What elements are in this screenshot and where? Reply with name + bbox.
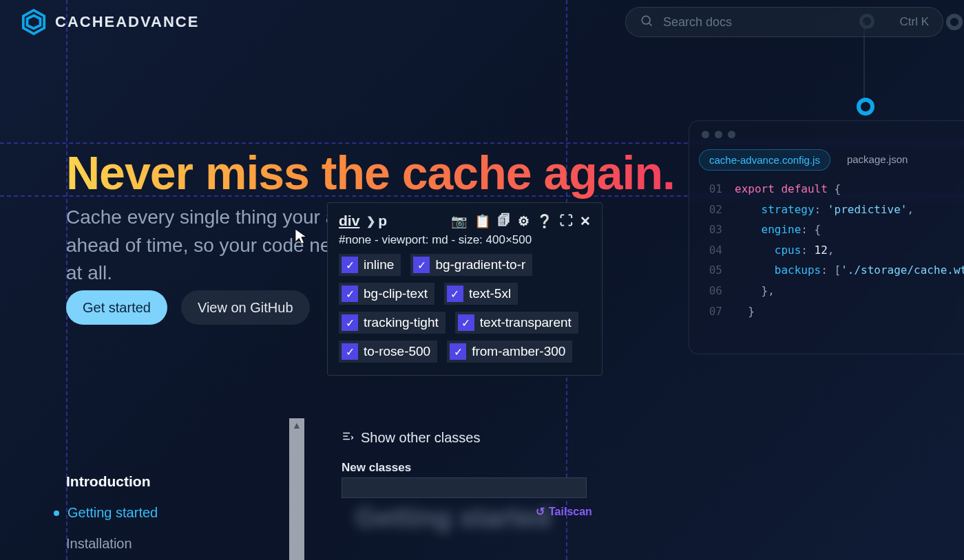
line-number: 01 [699,179,722,200]
line-number: 05 [699,260,722,281]
scroll-up-arrow-icon: ▲ [289,420,304,431]
checkbox-icon[interactable]: ✓ [450,343,466,360]
show-other-classes-button[interactable]: Show other classes [342,430,480,446]
camera-icon[interactable]: 📷 [451,213,468,229]
sidebar-nav: Introduction Getting started Installatio… [66,473,158,560]
inspector-toolbar: 📷 📋 🗐 ⚙ ❔ ⛶ ✕ [451,213,591,229]
checkbox-icon[interactable]: ✓ [342,257,358,273]
window-dot-icon [715,131,722,138]
inspector-breadcrumb: div ❯ p 📷 📋 🗐 ⚙ ❔ ⛶ ✕ [339,213,591,229]
search-input[interactable]: Search docs Ctrl K [625,7,943,37]
line-number: 03 [699,219,722,240]
class-chip[interactable]: ✓text-transparent [455,312,578,334]
logo-hex-icon [21,9,47,35]
inspector-meta: #none - viewport: md - size: 400×500 [339,233,591,247]
class-chip[interactable]: ✓inline [339,254,401,276]
hero-title: Never miss the cache again. [66,146,675,200]
tailscan-label: Tailscan [549,506,592,518]
line-number: 02 [699,200,722,220]
window-dot-icon [702,131,709,138]
header: CACHEADVANCE Search docs Ctrl K [0,0,964,44]
nav-link-label: Installation [66,536,132,552]
code-line: 03 engine: { [699,219,964,240]
line-number: 04 [699,240,722,261]
checkbox-icon[interactable]: ✓ [342,314,358,331]
class-chip[interactable]: ✓from-amber-300 [447,341,572,363]
code-line: 07 } [699,301,964,322]
checkbox-icon[interactable]: ✓ [447,286,463,302]
show-other-classes-label: Show other classes [361,430,480,446]
logo-text: CACHEADVANCE [55,13,199,31]
checkbox-icon[interactable]: ✓ [342,343,358,360]
breadcrumb-parent[interactable]: div [339,213,359,229]
breadcrumb-current: p [378,213,387,229]
class-chip[interactable]: ✓bg-gradient-to-r [410,254,532,276]
code-tab-active[interactable]: cache-advance.config.js [699,149,830,171]
code-line: 06 }, [699,281,964,301]
code-tabs: cache-advance.config.js package.json [699,149,964,171]
class-chip-label: from-amber-300 [472,344,565,359]
logo[interactable]: CACHEADVANCE [21,9,199,35]
new-classes-label: New classes [342,461,411,475]
cursor-icon [295,228,307,245]
clipboard-icon[interactable]: 📋 [474,213,491,229]
copy-icon[interactable]: 🗐 [498,213,511,229]
hero-buttons: Get started View on GitHub [66,290,310,325]
code-tab[interactable]: package.json [837,149,917,171]
class-chip-label: bg-gradient-to-r [435,257,525,272]
search-placeholder: Search docs [663,15,900,30]
window-controls [699,131,964,138]
nav-link-label: Getting started [67,505,158,521]
class-chip[interactable]: ✓bg-clip-text [339,283,434,305]
expand-icon[interactable]: ⛶ [560,213,573,229]
active-dot-icon [54,510,59,516]
nav-section-title: Introduction [66,473,158,490]
window-dot-icon [728,131,735,138]
class-chip-label: text-transparent [480,315,572,330]
code-line: 01export default { [699,179,964,200]
checkbox-icon[interactable]: ✓ [458,314,474,331]
checkbox-icon[interactable]: ✓ [342,286,358,302]
svg-point-0 [642,16,650,24]
line-number: 07 [699,301,722,322]
github-button[interactable]: View on GitHub [181,290,310,325]
checkbox-icon[interactable]: ✓ [413,257,430,273]
class-chip-label: text-5xl [469,286,511,301]
close-icon[interactable]: ✕ [580,213,591,229]
class-chip[interactable]: ✓to-rose-500 [339,341,437,363]
code-preview-panel: cache-advance.config.js package.json 01e… [689,120,964,354]
gear-icon[interactable]: ⚙ [518,213,530,229]
blurred-heading: Getting started [355,502,551,533]
get-started-button[interactable]: Get started [66,290,167,325]
decor-ring-icon [857,98,874,116]
inspector-classes: ✓inline✓bg-gradient-to-r✓bg-clip-text✓te… [339,254,591,363]
class-chip-label: bg-clip-text [364,286,428,301]
list-icon [342,430,354,446]
new-classes-input[interactable] [342,477,587,498]
class-chip[interactable]: ✓tracking-tight [339,312,446,334]
chevron-right-icon: ❯ [366,215,375,228]
search-kbd: Ctrl K [900,15,930,29]
code-body: 01export default {02 strategy: 'predicti… [699,179,964,321]
nav-link-installation[interactable]: Installation [66,536,158,552]
class-chip-label: inline [364,257,394,272]
class-chip-label: to-rose-500 [364,344,430,359]
code-line: 05 backups: ['./storage/cache.wtf'], [699,260,964,281]
help-icon[interactable]: ❔ [536,213,553,229]
inspector-panel: div ❯ p 📷 📋 🗐 ⚙ ❔ ⛶ ✕ #none - viewport: … [327,202,602,376]
line-number: 06 [699,281,722,301]
scrollbar[interactable]: ▲ [289,418,304,560]
search-icon [640,14,653,30]
nav-link-getting-started[interactable]: Getting started [66,505,158,521]
class-chip[interactable]: ✓text-5xl [444,283,518,305]
code-line: 02 strategy: 'predictive', [699,200,964,220]
code-line: 04 cpus: 12, [699,240,964,261]
class-chip-label: tracking-tight [364,315,439,330]
